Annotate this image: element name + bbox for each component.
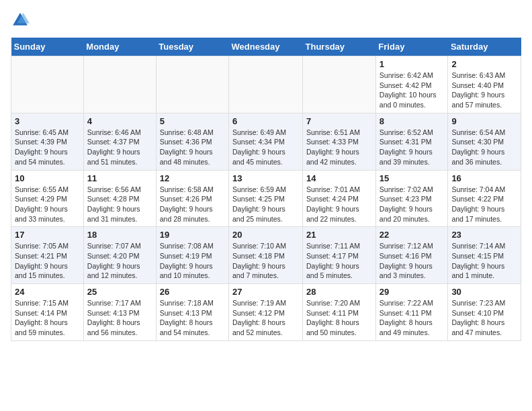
calendar-cell: 23Sunrise: 7:14 AM Sunset: 4:15 PM Dayli…: [448, 227, 521, 284]
weekday-header-tuesday: Tuesday: [156, 38, 228, 56]
calendar-week-row: 17Sunrise: 7:05 AM Sunset: 4:21 PM Dayli…: [11, 227, 521, 284]
day-number: 15: [380, 173, 445, 183]
calendar-cell: 16Sunrise: 7:04 AM Sunset: 4:22 PM Dayli…: [448, 170, 521, 227]
day-info: Sunrise: 6:43 AM Sunset: 4:40 PM Dayligh…: [451, 71, 517, 110]
calendar-cell: 13Sunrise: 6:59 AM Sunset: 4:25 PM Dayli…: [229, 170, 303, 227]
day-number: 5: [160, 116, 225, 126]
calendar-cell: 19Sunrise: 7:08 AM Sunset: 4:19 PM Dayli…: [156, 227, 228, 284]
day-number: 14: [306, 173, 372, 183]
calendar-cell: 14Sunrise: 7:01 AM Sunset: 4:24 PM Dayli…: [303, 170, 376, 227]
day-info: Sunrise: 7:12 AM Sunset: 4:16 PM Dayligh…: [380, 241, 445, 281]
day-number: 4: [87, 116, 152, 126]
day-info: Sunrise: 7:19 AM Sunset: 4:12 PM Dayligh…: [232, 298, 299, 338]
day-info: Sunrise: 7:10 AM Sunset: 4:18 PM Dayligh…: [232, 241, 299, 281]
calendar-cell: 9Sunrise: 6:54 AM Sunset: 4:30 PM Daylig…: [448, 113, 521, 170]
day-number: 20: [232, 230, 299, 240]
day-info: Sunrise: 7:07 AM Sunset: 4:20 PM Dayligh…: [87, 241, 152, 281]
day-info: Sunrise: 7:23 AM Sunset: 4:10 PM Dayligh…: [451, 298, 517, 338]
day-number: 13: [232, 173, 299, 183]
day-number: 11: [87, 173, 152, 183]
day-info: Sunrise: 6:56 AM Sunset: 4:28 PM Dayligh…: [87, 185, 152, 224]
day-number: 29: [380, 287, 445, 297]
day-number: 17: [15, 230, 80, 240]
day-number: 28: [306, 287, 372, 297]
page-header: [11, 11, 521, 30]
day-number: 12: [160, 173, 225, 183]
calendar-cell: 12Sunrise: 6:58 AM Sunset: 4:26 PM Dayli…: [156, 170, 228, 227]
day-info: Sunrise: 7:15 AM Sunset: 4:14 PM Dayligh…: [15, 298, 80, 338]
logo-icon: [11, 11, 30, 30]
day-number: 26: [160, 287, 225, 297]
day-number: 10: [15, 173, 80, 183]
logo: [11, 11, 32, 30]
weekday-header-friday: Friday: [375, 38, 448, 56]
day-number: 16: [451, 173, 517, 183]
calendar-table: SundayMondayTuesdayWednesdayThursdayFrid…: [11, 38, 521, 341]
calendar-cell: 11Sunrise: 6:56 AM Sunset: 4:28 PM Dayli…: [83, 170, 156, 227]
day-number: 6: [232, 116, 299, 126]
calendar-cell: 18Sunrise: 7:07 AM Sunset: 4:20 PM Dayli…: [83, 227, 156, 284]
day-info: Sunrise: 7:22 AM Sunset: 4:11 PM Dayligh…: [380, 298, 445, 338]
day-number: 1: [380, 59, 445, 69]
weekday-header-thursday: Thursday: [303, 38, 376, 56]
day-number: 8: [380, 116, 445, 126]
weekday-header-row: SundayMondayTuesdayWednesdayThursdayFrid…: [11, 38, 521, 56]
weekday-header-wednesday: Wednesday: [229, 38, 303, 56]
day-number: 19: [160, 230, 225, 240]
calendar-cell: 10Sunrise: 6:55 AM Sunset: 4:29 PM Dayli…: [11, 170, 84, 227]
calendar-cell: 2Sunrise: 6:43 AM Sunset: 4:40 PM Daylig…: [448, 56, 521, 113]
day-number: 22: [380, 230, 445, 240]
day-info: Sunrise: 7:08 AM Sunset: 4:19 PM Dayligh…: [160, 241, 225, 281]
weekday-header-monday: Monday: [83, 38, 156, 56]
day-info: Sunrise: 6:55 AM Sunset: 4:29 PM Dayligh…: [15, 185, 80, 224]
calendar-cell: 29Sunrise: 7:22 AM Sunset: 4:11 PM Dayli…: [375, 284, 448, 341]
day-info: Sunrise: 7:04 AM Sunset: 4:22 PM Dayligh…: [451, 185, 517, 224]
day-number: 3: [15, 116, 80, 126]
calendar-cell: 21Sunrise: 7:11 AM Sunset: 4:17 PM Dayli…: [303, 227, 376, 284]
calendar-cell: [156, 56, 228, 113]
calendar-cell: 24Sunrise: 7:15 AM Sunset: 4:14 PM Dayli…: [11, 284, 84, 341]
day-info: Sunrise: 7:14 AM Sunset: 4:15 PM Dayligh…: [451, 241, 517, 281]
day-number: 9: [451, 116, 517, 126]
weekday-header-saturday: Saturday: [448, 38, 521, 56]
calendar-cell: 7Sunrise: 6:51 AM Sunset: 4:33 PM Daylig…: [303, 113, 376, 170]
day-info: Sunrise: 6:45 AM Sunset: 4:39 PM Dayligh…: [15, 128, 80, 167]
calendar-cell: 30Sunrise: 7:23 AM Sunset: 4:10 PM Dayli…: [448, 284, 521, 341]
day-info: Sunrise: 6:54 AM Sunset: 4:30 PM Dayligh…: [451, 128, 517, 167]
calendar-cell: [229, 56, 303, 113]
day-number: 25: [87, 287, 152, 297]
day-info: Sunrise: 7:02 AM Sunset: 4:23 PM Dayligh…: [380, 185, 445, 224]
day-number: 24: [15, 287, 80, 297]
calendar-cell: 26Sunrise: 7:18 AM Sunset: 4:13 PM Dayli…: [156, 284, 228, 341]
calendar-week-row: 3Sunrise: 6:45 AM Sunset: 4:39 PM Daylig…: [11, 113, 521, 170]
day-info: Sunrise: 6:58 AM Sunset: 4:26 PM Dayligh…: [160, 185, 225, 224]
day-info: Sunrise: 6:59 AM Sunset: 4:25 PM Dayligh…: [232, 185, 299, 224]
day-number: 23: [451, 230, 517, 240]
calendar-cell: [11, 56, 84, 113]
calendar-week-row: 10Sunrise: 6:55 AM Sunset: 4:29 PM Dayli…: [11, 170, 521, 227]
day-info: Sunrise: 7:20 AM Sunset: 4:11 PM Dayligh…: [306, 298, 372, 338]
day-info: Sunrise: 6:49 AM Sunset: 4:34 PM Dayligh…: [232, 128, 299, 167]
day-info: Sunrise: 6:52 AM Sunset: 4:31 PM Dayligh…: [380, 128, 445, 167]
calendar-cell: 17Sunrise: 7:05 AM Sunset: 4:21 PM Dayli…: [11, 227, 84, 284]
calendar-cell: 6Sunrise: 6:49 AM Sunset: 4:34 PM Daylig…: [229, 113, 303, 170]
calendar-cell: 15Sunrise: 7:02 AM Sunset: 4:23 PM Dayli…: [375, 170, 448, 227]
day-info: Sunrise: 7:05 AM Sunset: 4:21 PM Dayligh…: [15, 241, 80, 281]
calendar-week-row: 24Sunrise: 7:15 AM Sunset: 4:14 PM Dayli…: [11, 284, 521, 341]
calendar-cell: 22Sunrise: 7:12 AM Sunset: 4:16 PM Dayli…: [375, 227, 448, 284]
calendar-cell: 20Sunrise: 7:10 AM Sunset: 4:18 PM Dayli…: [229, 227, 303, 284]
day-info: Sunrise: 7:11 AM Sunset: 4:17 PM Dayligh…: [306, 241, 372, 281]
day-number: 18: [87, 230, 152, 240]
day-number: 30: [451, 287, 517, 297]
calendar-cell: [83, 56, 156, 113]
calendar-cell: 25Sunrise: 7:17 AM Sunset: 4:13 PM Dayli…: [83, 284, 156, 341]
day-info: Sunrise: 6:51 AM Sunset: 4:33 PM Dayligh…: [306, 128, 372, 167]
calendar-cell: 1Sunrise: 6:42 AM Sunset: 4:42 PM Daylig…: [375, 56, 448, 113]
day-info: Sunrise: 7:17 AM Sunset: 4:13 PM Dayligh…: [87, 298, 152, 338]
day-info: Sunrise: 7:01 AM Sunset: 4:24 PM Dayligh…: [306, 185, 372, 224]
calendar-cell: 3Sunrise: 6:45 AM Sunset: 4:39 PM Daylig…: [11, 113, 84, 170]
weekday-header-sunday: Sunday: [11, 38, 84, 56]
calendar-cell: 5Sunrise: 6:48 AM Sunset: 4:36 PM Daylig…: [156, 113, 228, 170]
calendar-week-row: 1Sunrise: 6:42 AM Sunset: 4:42 PM Daylig…: [11, 56, 521, 113]
day-number: 21: [306, 230, 372, 240]
